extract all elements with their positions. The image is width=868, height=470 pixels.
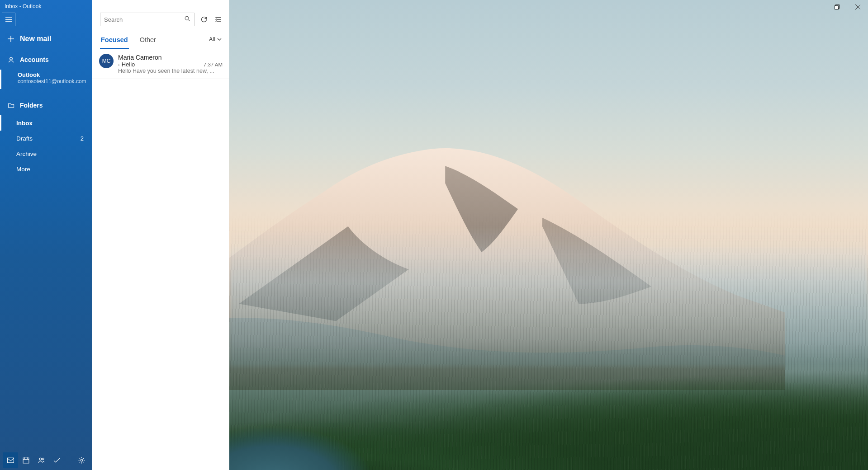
- message-preview: Hello Have you seen the latest new, ...: [118, 68, 223, 74]
- calendar-icon: [22, 456, 30, 464]
- close-button[interactable]: [847, 0, 868, 14]
- filter-dropdown[interactable]: All: [209, 36, 222, 46]
- maximize-button[interactable]: [826, 0, 847, 14]
- folder-label: More: [16, 166, 30, 173]
- account-item[interactable]: Outlook contosotest11@outlook.com: [0, 70, 92, 89]
- svg-rect-8: [835, 5, 838, 9]
- minimize-button[interactable]: [806, 0, 826, 14]
- message-sender: Maria Cameron: [118, 54, 161, 61]
- folder-drafts[interactable]: Drafts 2: [0, 131, 92, 146]
- mail-app-button[interactable]: [3, 452, 18, 468]
- minimize-icon: [814, 5, 819, 9]
- new-mail-label: New mail: [20, 35, 51, 43]
- account-email: contosotest11@outlook.com: [18, 78, 85, 85]
- folder-more[interactable]: More: [0, 161, 92, 177]
- svg-rect-1: [7, 458, 14, 463]
- svg-point-5: [81, 459, 83, 461]
- folders-label: Folders: [20, 102, 43, 109]
- folder-label: Inbox: [16, 120, 33, 127]
- chevron-right-icon: ›: [118, 62, 120, 67]
- message-list-pane: Focused Other All MC Maria Cameron ›: [92, 0, 229, 470]
- svg-point-4: [42, 458, 44, 460]
- search-icon[interactable]: [184, 15, 190, 24]
- sidebar: Inbox - Outlook New mail Accounts Outloo…: [0, 0, 92, 470]
- folder-label: Drafts: [16, 135, 33, 142]
- svg-point-0: [9, 57, 12, 60]
- folder-label: Archive: [16, 150, 37, 157]
- multiselect-icon: [215, 16, 222, 23]
- window-controls: [806, 0, 868, 14]
- folder-count: 2: [81, 135, 84, 142]
- search-input[interactable]: [104, 16, 184, 23]
- folder-icon: [6, 102, 15, 109]
- svg-point-6: [185, 16, 189, 20]
- people-icon: [38, 456, 45, 464]
- chevron-down-icon: [217, 38, 222, 41]
- new-mail-button[interactable]: New mail: [0, 28, 92, 50]
- background-lake: [229, 423, 370, 470]
- message-subject: Hello: [122, 61, 135, 68]
- settings-button[interactable]: [74, 452, 89, 468]
- message-list[interactable]: MC Maria Cameron › Hello 7:37 AM Hello H…: [92, 49, 229, 470]
- people-app-button[interactable]: [33, 452, 49, 468]
- close-icon: [855, 5, 860, 9]
- reading-pane: [229, 0, 868, 470]
- tab-other[interactable]: Other: [139, 33, 157, 49]
- filter-label: All: [209, 36, 215, 42]
- message-time: 7:37 AM: [204, 62, 223, 67]
- sidebar-bottom-bar: [0, 450, 92, 470]
- check-icon: [53, 456, 61, 464]
- folder-inbox[interactable]: Inbox: [0, 115, 92, 131]
- restore-icon: [835, 5, 840, 9]
- gear-icon: [78, 456, 85, 464]
- svg-point-3: [39, 458, 41, 460]
- window-title: Inbox - Outlook: [0, 0, 92, 13]
- avatar: MC: [99, 54, 114, 68]
- account-name: Outlook: [18, 71, 85, 78]
- search-box[interactable]: [100, 13, 194, 26]
- person-icon: [6, 56, 15, 63]
- plus-icon: [6, 35, 15, 42]
- accounts-label: Accounts: [20, 56, 49, 63]
- hamburger-button[interactable]: [2, 13, 15, 26]
- refresh-icon: [200, 16, 208, 23]
- message-item[interactable]: MC Maria Cameron › Hello 7:37 AM Hello H…: [92, 49, 229, 79]
- calendar-app-button[interactable]: [18, 452, 33, 468]
- sync-button[interactable]: [199, 14, 209, 24]
- mail-icon: [7, 456, 14, 464]
- hamburger-icon: [5, 16, 12, 23]
- svg-rect-2: [23, 458, 29, 463]
- folders-header[interactable]: Folders: [0, 95, 92, 115]
- folder-archive[interactable]: Archive: [0, 146, 92, 161]
- todo-app-button[interactable]: [49, 452, 64, 468]
- accounts-header[interactable]: Accounts: [0, 50, 92, 70]
- select-mode-button[interactable]: [213, 14, 223, 24]
- tab-focused[interactable]: Focused: [100, 33, 129, 49]
